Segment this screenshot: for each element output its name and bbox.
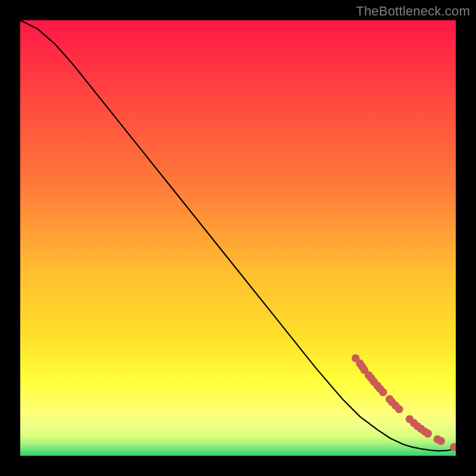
plot-area: [20, 20, 456, 456]
data-marker: [395, 405, 403, 414]
data-marker: [379, 388, 387, 396]
data-marker: [424, 430, 432, 438]
chart-svg: [20, 20, 456, 456]
plot-background: [20, 20, 456, 456]
data-marker: [437, 437, 445, 445]
chart-stage: TheBottleneck.com: [0, 0, 476, 476]
watermark-text: TheBottleneck.com: [356, 4, 470, 19]
